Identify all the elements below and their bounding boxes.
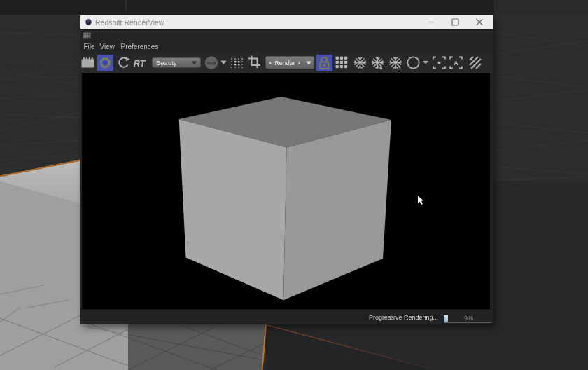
svg-text:File: File	[84, 43, 96, 50]
svg-text:RT: RT	[134, 59, 146, 69]
svg-text:View: View	[100, 43, 115, 50]
svg-text:RGB: RGB	[207, 61, 216, 65]
svg-text:G: G	[398, 65, 401, 70]
svg-text:Preferences: Preferences	[121, 43, 159, 50]
svg-text:Beauty: Beauty	[156, 59, 177, 67]
svg-text:A: A	[454, 60, 458, 67]
svg-text:A: A	[379, 65, 383, 70]
svg-text:< Render >: < Render >	[269, 60, 300, 67]
